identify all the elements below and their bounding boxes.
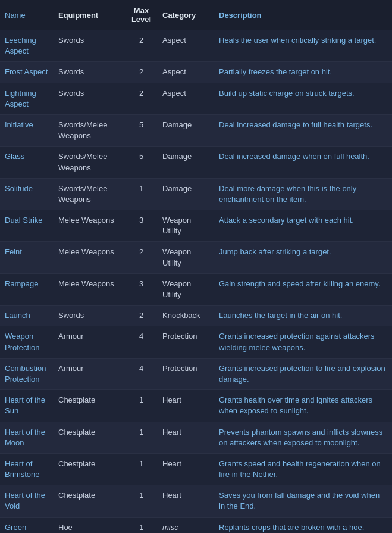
cell-description: Grants health over time and ignites atta…	[214, 390, 392, 422]
cell-name: Green Thumb	[0, 517, 54, 533]
cell-description: Launches the target in the air on hit.	[214, 306, 392, 326]
cell-description: Deal increased damage to full health tar…	[214, 114, 392, 146]
cell-equipment: Melee Weapons	[54, 210, 125, 242]
cell-max-level: 1	[125, 390, 158, 422]
cell-name: Heart of Brimstone	[0, 453, 54, 485]
cell-name: Leeching Aspect	[0, 30, 54, 62]
cell-name: Heart of the Sun	[0, 390, 54, 422]
cell-max-level: 3	[125, 273, 158, 305]
cell-category: Aspect	[158, 30, 214, 62]
cell-category: Aspect	[158, 83, 214, 114]
cell-equipment: Hoe	[54, 517, 125, 533]
cell-description: Grants increased protection to fire and …	[214, 358, 392, 389]
cell-category: Damage	[158, 147, 214, 178]
table-row: Frost AspectSwords2AspectPartially freez…	[0, 62, 392, 83]
cell-description: Build up static charge on struck targets…	[214, 83, 392, 114]
header-max-level: Max Level	[125, 0, 158, 30]
cell-description: Attack a secondary target with each hit.	[214, 210, 392, 242]
table-row: RampageMelee Weapons3Weapon UtilityGain …	[0, 273, 392, 305]
cell-name: Rampage	[0, 273, 54, 305]
cell-max-level: 1	[125, 517, 158, 533]
cell-equipment: Swords	[54, 62, 125, 83]
cell-equipment: Swords/Melee Weapons	[54, 114, 125, 146]
header-description: Description	[214, 0, 392, 30]
cell-category: misc	[158, 517, 214, 533]
cell-equipment: Armour	[54, 358, 125, 389]
cell-name: Heart of the Void	[0, 485, 54, 517]
cell-description: Jump back after striking a target.	[214, 242, 392, 273]
cell-category: Weapon Utility	[158, 242, 214, 273]
cell-name: Weapon Protection	[0, 326, 54, 358]
cell-max-level: 2	[125, 83, 158, 114]
cell-equipment: Armour	[54, 326, 125, 358]
cell-description: Gain strength and speed after killing an…	[214, 273, 392, 305]
cell-equipment: Chestplate	[54, 422, 125, 453]
cell-max-level: 1	[125, 422, 158, 453]
cell-equipment: Chestplate	[54, 390, 125, 422]
cell-max-level: 2	[125, 62, 158, 83]
cell-category: Weapon Utility	[158, 273, 214, 305]
cell-max-level: 1	[125, 178, 158, 210]
cell-max-level: 5	[125, 147, 158, 178]
cell-description: Partially freezes the target on hit.	[214, 62, 392, 83]
cell-equipment: Chestplate	[54, 453, 125, 485]
cell-max-level: 5	[125, 114, 158, 146]
cell-max-level: 2	[125, 242, 158, 273]
cell-category: Aspect	[158, 62, 214, 83]
cell-description: Grants speed and health regeneration whe…	[214, 453, 392, 485]
table-row: Weapon ProtectionArmour4ProtectionGrants…	[0, 326, 392, 358]
table-row: Heart of BrimstoneChestplate1HeartGrants…	[0, 453, 392, 485]
header-category: Category	[158, 0, 214, 30]
table-row: Green ThumbHoe1miscReplants crops that a…	[0, 517, 392, 533]
cell-category: Protection	[158, 358, 214, 389]
cell-equipment: Swords	[54, 30, 125, 62]
cell-max-level: 1	[125, 453, 158, 485]
table-row: Heart of the MoonChestplate1HeartPrevent…	[0, 422, 392, 453]
cell-name: Lightning Aspect	[0, 83, 54, 114]
cell-category: Protection	[158, 326, 214, 358]
cell-max-level: 1	[125, 485, 158, 517]
cell-category: Damage	[158, 178, 214, 210]
cell-description: Replants crops that are broken with a ho…	[214, 517, 392, 533]
cell-equipment: Melee Weapons	[54, 273, 125, 305]
table-row: Heart of the SunChestplate1HeartGrants h…	[0, 390, 392, 422]
cell-equipment: Swords/Melee Weapons	[54, 147, 125, 178]
cell-name: Combustion Protection	[0, 358, 54, 389]
table-header-row: Name Equipment Max Level Category Descri…	[0, 0, 392, 30]
cell-category: Heart	[158, 422, 214, 453]
table-row: Combustion ProtectionArmour4ProtectionGr…	[0, 358, 392, 389]
cell-name: Initiative	[0, 114, 54, 146]
cell-description: Saves you from fall damage and the void …	[214, 485, 392, 517]
table-row: GlassSwords/Melee Weapons5DamageDeal inc…	[0, 147, 392, 178]
cell-equipment: Melee Weapons	[54, 242, 125, 273]
cell-name: Heart of the Moon	[0, 422, 54, 453]
cell-category: Weapon Utility	[158, 210, 214, 242]
cell-max-level: 2	[125, 306, 158, 326]
table-row: FeintMelee Weapons2Weapon UtilityJump ba…	[0, 242, 392, 273]
cell-description: Grants increased protection against atta…	[214, 326, 392, 358]
cell-max-level: 3	[125, 210, 158, 242]
cell-name: Dual Strike	[0, 210, 54, 242]
header-name: Name	[0, 0, 54, 30]
cell-category: Heart	[158, 390, 214, 422]
cell-category: Damage	[158, 114, 214, 146]
cell-max-level: 4	[125, 326, 158, 358]
header-equipment: Equipment	[54, 0, 125, 30]
table-body: Leeching AspectSwords2AspectHeals the us…	[0, 30, 392, 534]
cell-max-level: 4	[125, 358, 158, 389]
cell-name: Launch	[0, 306, 54, 326]
cell-equipment: Chestplate	[54, 485, 125, 517]
table-row: LaunchSwords2KnockbackLaunches the targe…	[0, 306, 392, 326]
cell-category: Heart	[158, 453, 214, 485]
cell-equipment: Swords	[54, 83, 125, 114]
cell-category: Knockback	[158, 306, 214, 326]
table-row: Leeching AspectSwords2AspectHeals the us…	[0, 30, 392, 62]
cell-max-level: 2	[125, 30, 158, 62]
cell-equipment: Swords/Melee Weapons	[54, 178, 125, 210]
cell-category: Heart	[158, 485, 214, 517]
cell-name: Glass	[0, 147, 54, 178]
cell-equipment: Swords	[54, 306, 125, 326]
cell-description: Heals the user when critically striking …	[214, 30, 392, 62]
cell-name: Frost Aspect	[0, 62, 54, 83]
table-row: InitiativeSwords/Melee Weapons5DamageDea…	[0, 114, 392, 146]
